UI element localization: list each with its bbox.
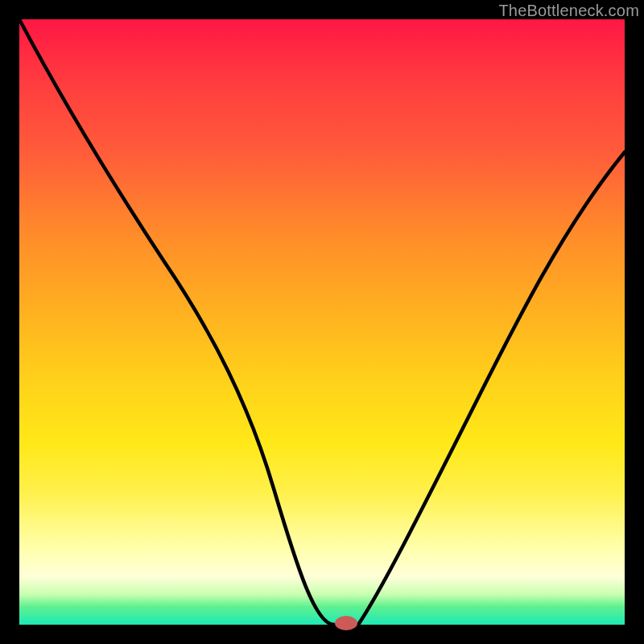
chart-stage: TheBottleneck.com (0, 0, 644, 644)
chart-plot-area (19, 19, 625, 625)
chart-svg (19, 19, 625, 625)
bottleneck-marker (335, 616, 357, 630)
attribution-label: TheBottleneck.com (498, 2, 639, 20)
bottleneck-curve (19, 19, 625, 625)
